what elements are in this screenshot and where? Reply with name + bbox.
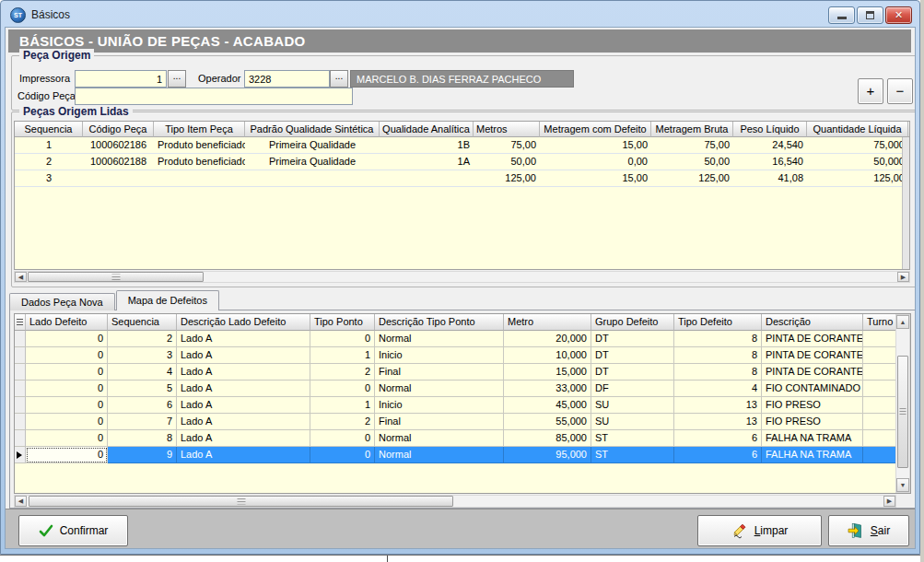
add-button[interactable]: + (858, 78, 883, 104)
column-header[interactable]: Tipo Defeito (674, 314, 762, 331)
table-row[interactable]: 06Lado A1Inicio45,000SU13FIO PRESO (15, 397, 897, 414)
close-icon: ✕ (895, 9, 903, 21)
cell: 4 (674, 381, 762, 397)
titlebar[interactable]: ST Básicos ✕ (5, 3, 916, 27)
column-header[interactable]: Descrição Tipo Ponto (375, 314, 504, 331)
cell: 10,000 (504, 347, 591, 364)
column-header[interactable]: Descrição Lado Defeito (177, 314, 310, 331)
table-row[interactable]: 08Lado A0Normal85,000ST6FALHA NA TRAMA (15, 430, 897, 447)
scroll-right-icon[interactable]: ▶ (897, 272, 909, 282)
table-row[interactable]: 21000602188Produto beneficiadoPrimeira Q… (15, 154, 909, 170)
column-header[interactable]: Qualidade Analítica (380, 122, 474, 137)
scroll-thumb[interactable] (897, 356, 908, 468)
cell: 1A (380, 154, 474, 170)
scroll-down-icon[interactable]: ▼ (896, 478, 909, 492)
cell: 0 (310, 447, 375, 463)
row-indicator (15, 447, 26, 463)
remove-button[interactable]: − (887, 78, 913, 104)
column-header[interactable]: Metragem com Defeito (540, 122, 651, 137)
codigo-peca-input[interactable] (75, 88, 353, 105)
scroll-left-icon[interactable]: ◀ (15, 272, 27, 282)
cell (863, 430, 897, 447)
background-detail (387, 556, 388, 562)
cell: Final (375, 364, 504, 381)
operador-label: Operador (198, 70, 240, 88)
pecas-grid[interactable]: SequenciaCódigo PeçaTipo Item PeçaPadrão… (14, 121, 910, 270)
column-header[interactable]: Turno (863, 314, 897, 331)
table-row[interactable]: 07Lado A2Final55,000SU13FIO PRESO (15, 414, 897, 430)
table-row[interactable]: 02Lado A0Normal20,000DT8PINTA DE CORANTE (15, 331, 897, 347)
scroll-right-icon[interactable]: ▶ (883, 496, 895, 507)
sair-button[interactable]: Sair (828, 515, 909, 546)
page-title: BÁSICOS - UNIÃO DE PEÇAS - ACABADO (8, 29, 911, 53)
cell: DT (591, 364, 674, 381)
tab-mapa-de-defeitos[interactable]: Mapa de Defeitos (116, 290, 219, 310)
column-header[interactable]: Tipo Ponto (310, 314, 375, 331)
column-header[interactable]: Código Peça (83, 122, 154, 137)
column-header[interactable]: Tipo Item Peça (154, 122, 245, 137)
column-header[interactable]: Metragem Bruta (651, 122, 733, 137)
table-row[interactable]: 3125,0015,00125,0041,08125,00 (15, 170, 909, 187)
cell: DT (591, 347, 674, 364)
limpar-button[interactable]: Limpar (697, 515, 822, 546)
cell: 15,00 (540, 137, 651, 154)
table-row[interactable]: 03Lado A1Inicio10,000DT8PINTA DE CORANTE (15, 347, 897, 364)
cell: Lado A (177, 381, 310, 397)
row-indicator (15, 331, 26, 347)
cell: 75,00 (651, 137, 733, 154)
cell: DF (591, 381, 674, 397)
cell: 0 (310, 430, 375, 447)
table-row[interactable]: 04Lado A2Final15,000DT8PINTA DE CORANTE (15, 364, 897, 381)
pecas-grid-hscrollbar[interactable]: ◀ ▶ (14, 271, 910, 283)
cell: 0 (26, 364, 108, 381)
cell: 0 (26, 347, 108, 364)
column-header[interactable]: Grupo Defeito (591, 314, 674, 331)
scroll-thumb[interactable] (28, 272, 204, 282)
group-legend: Peças Origem Lidas (19, 105, 133, 118)
close-button[interactable]: ✕ (885, 6, 912, 24)
confirmar-button[interactable]: Confirmar (18, 515, 128, 546)
column-header[interactable]: Quantidade Líquida (807, 122, 908, 137)
column-header[interactable]: Sequencia (108, 314, 177, 331)
column-header[interactable]: Descrição (762, 314, 863, 331)
column-header[interactable]: Peso Líquido (733, 122, 807, 137)
defeitos-grid-vscrollbar[interactable]: ▲ ▼ (895, 314, 910, 493)
scroll-left-icon[interactable]: ◀ (15, 496, 27, 507)
column-header[interactable]: Lado Defeito (26, 314, 108, 331)
defeitos-grid-hscrollbar[interactable]: ◀ ▶ (14, 495, 896, 508)
cell: 0 (26, 397, 108, 414)
pecas-grid-vscrollbar[interactable] (902, 137, 909, 269)
cell: 8 (108, 430, 177, 447)
operador-browse-button[interactable]: ... (330, 70, 348, 88)
cell: FIO CONTAMINADO (762, 381, 863, 397)
table-row[interactable]: 11000602186Produto beneficiadoPrimeira Q… (15, 137, 909, 154)
cell: Final (375, 414, 504, 430)
restore-button[interactable] (857, 6, 883, 24)
cell: 8 (674, 364, 762, 381)
cell: Normal (375, 331, 504, 347)
tab-dados-peca-nova[interactable]: Dados Peça Nova (9, 293, 115, 310)
operador-nome-panel: MARCELO B. DIAS FERRAZ PACHECO (350, 70, 574, 88)
minimize-button[interactable] (828, 6, 855, 24)
cell: 125,00 (807, 170, 908, 187)
cell: 125,00 (651, 170, 733, 187)
exit-door-icon (848, 522, 864, 539)
table-row-selected[interactable]: 09Lado A0Normal95,000ST6FALHA NA TRAMA (15, 447, 897, 463)
desktop: ST Básicos ✕ BÁSICOS - UNIÃO DE PEÇAS - … (0, 0, 924, 562)
cell: 8 (674, 347, 762, 364)
table-row[interactable]: 05Lado A0Normal33,000DF4FIO CONTAMINADO (15, 381, 897, 397)
column-header[interactable]: Padrão Qualidade Sintética (245, 122, 380, 137)
scroll-thumb[interactable] (29, 496, 453, 507)
column-header[interactable]: Metros (474, 122, 540, 137)
cell (863, 397, 897, 414)
impressora-input[interactable] (75, 70, 167, 88)
column-header[interactable]: Sequencia (15, 122, 83, 137)
impressora-browse-button[interactable]: ... (168, 70, 186, 88)
defeitos-grid[interactable]: Lado DefeitoSequenciaDescrição Lado Defe… (14, 313, 911, 494)
cell: Primeira Qualidade (245, 154, 380, 170)
cell: 13 (674, 397, 762, 414)
operador-input[interactable] (244, 70, 330, 88)
column-header[interactable]: Metro (504, 314, 591, 331)
scroll-up-icon[interactable]: ▲ (896, 315, 909, 329)
cell: 15,000 (504, 364, 591, 381)
